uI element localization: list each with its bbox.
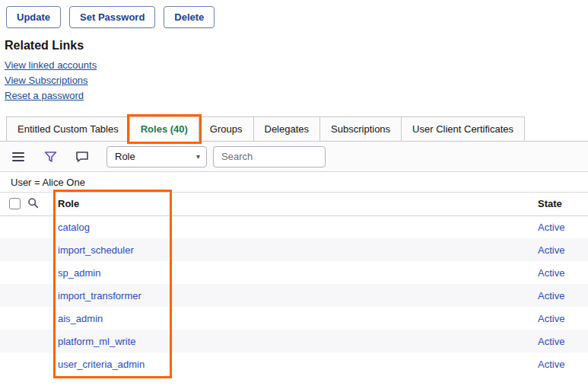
roles-table: Role State catalog Active import_schedul…	[0, 193, 588, 375]
update-button[interactable]: Update	[6, 6, 61, 28]
link-view-linked-accounts[interactable]: View linked accounts	[5, 58, 97, 73]
link-view-subscriptions[interactable]: View Subscriptions	[5, 73, 88, 88]
related-links-title: Related Links	[0, 28, 588, 58]
column-search-icon[interactable]	[27, 193, 58, 215]
state-link[interactable]: Active	[538, 222, 564, 233]
tab-roles[interactable]: Roles (40)	[129, 116, 199, 142]
tab-delegates[interactable]: Delegates	[253, 116, 321, 142]
table-row: sp_admin Active	[0, 261, 588, 284]
table-row: catalog Active	[0, 215, 588, 238]
role-link[interactable]: user_criteria_admin	[58, 359, 145, 370]
tab-entitled-custom-tables[interactable]: Entitled Custom Tables	[6, 116, 130, 142]
role-link[interactable]: import_scheduler	[58, 244, 134, 256]
role-link[interactable]: ais_admin	[58, 313, 103, 324]
state-link[interactable]: Active	[538, 336, 564, 347]
state-link[interactable]: Active	[538, 359, 564, 370]
breadcrumb-row: User = Alice One	[0, 172, 588, 193]
tab-bar: Entitled Custom Tables Roles (40) Groups…	[0, 115, 588, 142]
table-row: ais_admin Active	[0, 307, 588, 330]
role-link[interactable]: sp_admin	[58, 267, 100, 279]
state-link[interactable]: Active	[538, 290, 564, 301]
chevron-down-icon: ▾	[196, 152, 200, 161]
list-menu-icon[interactable]	[11, 149, 26, 164]
role-link[interactable]: platform_ml_write	[58, 336, 136, 347]
related-links-list: View linked accounts View Subscriptions …	[0, 58, 588, 104]
page: Update Set Password Delete Related Links…	[0, 0, 588, 375]
column-header-state[interactable]: State	[538, 193, 588, 215]
breadcrumb[interactable]: User = Alice One	[11, 177, 85, 188]
tab-subscriptions[interactable]: Subscriptions	[319, 116, 402, 142]
column-header-role[interactable]: Role	[58, 193, 538, 215]
roles-list-pane: Role ▾ User = Alice One	[0, 142, 588, 375]
tab-user-client-certificates[interactable]: User Client Certificates	[401, 116, 525, 142]
search-field-select[interactable]: Role ▾	[106, 146, 207, 167]
table-row: import_scheduler Active	[0, 238, 588, 261]
comment-icon[interactable]	[75, 149, 90, 164]
link-reset-a-password[interactable]: Reset a password	[5, 88, 84, 104]
table-header-row: Role State	[0, 193, 588, 215]
select-all-checkbox[interactable]	[9, 198, 21, 209]
filter-icon[interactable]	[43, 149, 58, 164]
delete-button[interactable]: Delete	[164, 6, 215, 28]
list-toolbar: Role ▾	[0, 142, 588, 172]
form-actions: Update Set Password Delete	[0, 6, 588, 28]
table-row: platform_ml_write Active	[0, 330, 588, 353]
role-link[interactable]: import_transformer	[58, 290, 141, 301]
state-link[interactable]: Active	[538, 313, 564, 324]
search-input[interactable]	[213, 146, 326, 167]
set-password-button[interactable]: Set Password	[69, 6, 155, 28]
state-link[interactable]: Active	[538, 244, 564, 256]
role-link[interactable]: catalog	[58, 222, 90, 233]
table-row: user_criteria_admin Active	[0, 353, 588, 375]
search-field-value: Role	[115, 151, 135, 162]
table-row: import_transformer Active	[0, 284, 588, 307]
tab-groups[interactable]: Groups	[199, 116, 254, 142]
state-link[interactable]: Active	[538, 267, 564, 279]
